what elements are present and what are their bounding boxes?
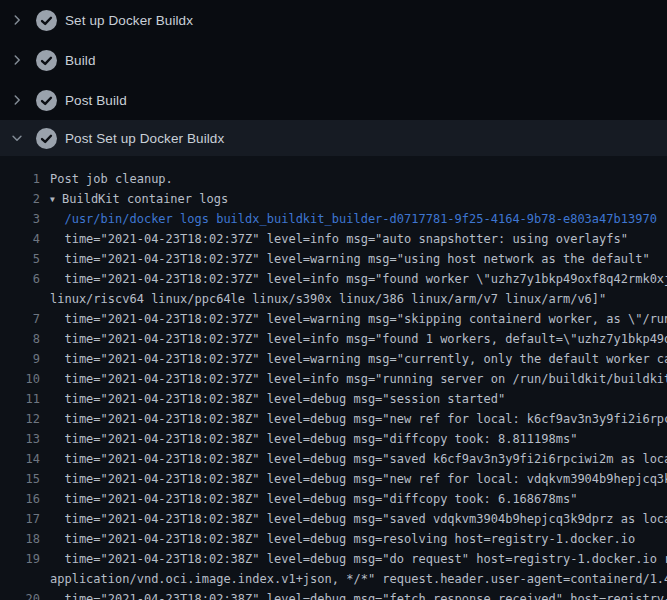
log-line-number[interactable]: 15 — [0, 469, 40, 489]
log-line-number[interactable]: 7 — [0, 309, 40, 329]
check-circle-icon — [36, 10, 57, 31]
log-line: 7 time="2021-04-23T18:02:37Z" level=warn… — [0, 309, 667, 329]
check-circle-icon — [36, 50, 57, 71]
step-row-set-up-docker-buildx[interactable]: Set up Docker Buildx — [0, 0, 667, 40]
log-text: time="2021-04-23T18:02:37Z" level=info m… — [50, 369, 667, 389]
log-text: time="2021-04-23T18:02:38Z" level=debug … — [50, 549, 667, 569]
chevron-right-icon — [10, 93, 24, 107]
log-line-number[interactable]: 20 — [0, 589, 40, 600]
chevron-right-icon — [10, 53, 24, 67]
log-line: 15 time="2021-04-23T18:02:38Z" level=deb… — [0, 469, 667, 489]
step-label: Set up Docker Buildx — [65, 13, 193, 28]
log-text: time="2021-04-23T18:02:38Z" level=debug … — [50, 449, 667, 469]
log-line-number[interactable]: 6 — [0, 269, 40, 289]
log-text: time="2021-04-23T18:02:37Z" level=warnin… — [50, 309, 667, 329]
step-row-post-build[interactable]: Post Build — [0, 80, 667, 120]
actions-log-viewer: Set up Docker BuildxBuildPost BuildPost … — [0, 0, 667, 600]
log-text: time="2021-04-23T18:02:37Z" level=info m… — [50, 329, 667, 349]
log-line-continuation: application/vnd.oci.image.index.v1+json,… — [0, 569, 667, 589]
log-text: time="2021-04-23T18:02:37Z" level=warnin… — [50, 249, 650, 269]
log-line: 5 time="2021-04-23T18:02:37Z" level=warn… — [0, 249, 667, 269]
chevron-down-icon-wrap — [10, 131, 24, 145]
log-command-text: /usr/bin/docker logs buildx_buildkit_bui… — [50, 209, 657, 229]
log-line: 19 time="2021-04-23T18:02:38Z" level=deb… — [0, 549, 667, 569]
log-text: ▼BuildKit container logs — [50, 189, 228, 209]
step-row-post-set-up-docker-buildx[interactable]: Post Set up Docker Buildx — [0, 120, 667, 156]
log-line-number[interactable]: 18 — [0, 529, 40, 549]
log-line-number[interactable]: 14 — [0, 449, 40, 469]
log-line-number[interactable]: 10 — [0, 369, 40, 389]
log-line-number[interactable]: 5 — [0, 249, 40, 269]
log-line: 13 time="2021-04-23T18:02:38Z" level=deb… — [0, 429, 667, 449]
log-line-number[interactable]: 19 — [0, 549, 40, 569]
chevron-right-icon-wrap — [10, 93, 24, 107]
log-line: 20 time="2021-04-23T18:02:38Z" level=deb… — [0, 589, 667, 600]
log-line-number[interactable]: 13 — [0, 429, 40, 449]
log-line: 9 time="2021-04-23T18:02:37Z" level=warn… — [0, 349, 667, 369]
log-line-number[interactable]: 9 — [0, 349, 40, 369]
chevron-right-icon — [10, 13, 24, 27]
log-line-number[interactable]: 11 — [0, 389, 40, 409]
log-text: time="2021-04-23T18:02:37Z" level=warnin… — [50, 349, 667, 369]
log-group-label[interactable]: BuildKit container logs — [62, 192, 228, 206]
log-text: time="2021-04-23T18:02:38Z" level=debug … — [50, 409, 667, 429]
step-label: Post Set up Docker Buildx — [65, 131, 224, 146]
log-text: time="2021-04-23T18:02:37Z" level=info m… — [50, 269, 667, 289]
log-panel[interactable]: 1Post job cleanup.2▼BuildKit container l… — [0, 156, 667, 600]
log-text: time="2021-04-23T18:02:38Z" level=debug … — [50, 469, 667, 489]
step-row-build[interactable]: Build — [0, 40, 667, 80]
log-line-number[interactable]: 8 — [0, 329, 40, 349]
log-line: 18 time="2021-04-23T18:02:38Z" level=deb… — [0, 529, 667, 549]
log-text: time="2021-04-23T18:02:38Z" level=debug … — [50, 389, 505, 409]
log-line: 6 time="2021-04-23T18:02:37Z" level=info… — [0, 269, 667, 289]
log-text: application/vnd.oci.image.index.v1+json,… — [50, 569, 667, 589]
group-collapse-triangle-icon[interactable]: ▼ — [50, 190, 62, 210]
log-line-continuation: linux/riscv64 linux/ppc64le linux/s390x … — [0, 289, 667, 309]
log-line-number[interactable]: 2 — [0, 189, 40, 209]
log-line: 3 /usr/bin/docker logs buildx_buildkit_b… — [0, 209, 667, 229]
chevron-right-icon-wrap — [10, 53, 24, 67]
check-circle-icon — [36, 90, 57, 111]
step-label: Post Build — [65, 93, 127, 108]
log-line-number[interactable]: 1 — [0, 169, 40, 189]
log-line: 4 time="2021-04-23T18:02:37Z" level=info… — [0, 229, 667, 249]
log-text: time="2021-04-23T18:02:38Z" level=debug … — [50, 489, 577, 509]
log-text: time="2021-04-23T18:02:37Z" level=info m… — [50, 229, 628, 249]
log-line: 8 time="2021-04-23T18:02:37Z" level=info… — [0, 329, 667, 349]
log-line-number[interactable] — [0, 569, 40, 589]
log-line: 16 time="2021-04-23T18:02:38Z" level=deb… — [0, 489, 667, 509]
log-line-number[interactable]: 17 — [0, 509, 40, 529]
log-text: time="2021-04-23T18:02:38Z" level=debug … — [50, 429, 577, 449]
log-line: 12 time="2021-04-23T18:02:38Z" level=deb… — [0, 409, 667, 429]
log-line: 10 time="2021-04-23T18:02:37Z" level=inf… — [0, 369, 667, 389]
check-circle-icon — [36, 128, 57, 149]
log-line-number[interactable]: 3 — [0, 209, 40, 229]
log-text: Post job cleanup. — [50, 169, 173, 189]
log-text: time="2021-04-23T18:02:38Z" level=debug … — [50, 529, 635, 549]
chevron-right-icon-wrap — [10, 13, 24, 27]
chevron-down-icon — [10, 131, 24, 145]
step-label: Build — [65, 53, 96, 68]
log-line: 1Post job cleanup. — [0, 169, 667, 189]
log-line: 2▼BuildKit container logs — [0, 189, 667, 209]
log-line-number[interactable] — [0, 289, 40, 309]
log-text: time="2021-04-23T18:02:38Z" level=debug … — [50, 509, 667, 529]
steps-list: Set up Docker BuildxBuildPost BuildPost … — [0, 0, 667, 156]
log-text: linux/riscv64 linux/ppc64le linux/s390x … — [50, 289, 606, 309]
log-line-number[interactable]: 12 — [0, 409, 40, 429]
log-line-number[interactable]: 4 — [0, 229, 40, 249]
log-line: 14 time="2021-04-23T18:02:38Z" level=deb… — [0, 449, 667, 469]
log-line: 17 time="2021-04-23T18:02:38Z" level=deb… — [0, 509, 667, 529]
log-line-number[interactable]: 16 — [0, 489, 40, 509]
log-text: time="2021-04-23T18:02:38Z" level=debug … — [50, 589, 667, 600]
log-line: 11 time="2021-04-23T18:02:38Z" level=deb… — [0, 389, 667, 409]
